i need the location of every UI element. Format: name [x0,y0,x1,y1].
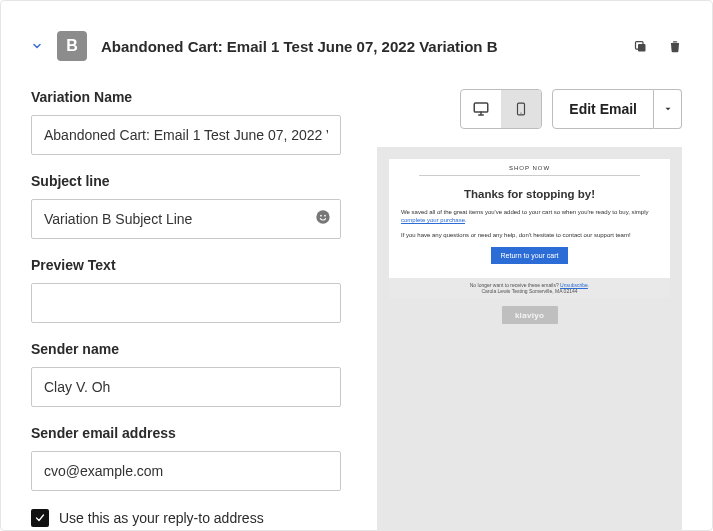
duplicate-button[interactable] [633,39,648,54]
preview-text-input[interactable] [31,283,341,323]
edit-email-dropdown[interactable] [654,89,682,129]
preview-paragraph-1: We saved all of the great items you've a… [401,208,658,225]
reply-to-label: Use this as your reply-to address [59,510,264,526]
subject-input[interactable] [31,199,341,239]
card-header: B Abandoned Cart: Email 1 Test June 07, … [31,31,682,61]
collapse-toggle[interactable] [31,40,43,52]
sender-email-label: Sender email address [31,425,341,441]
edit-email-button[interactable]: Edit Email [552,89,654,129]
header-actions [633,38,682,54]
preview-heading: Thanks for stopping by! [401,188,658,200]
email-preview: SHOP NOW Thanks for stopping by! We save… [389,159,670,298]
variation-name-input[interactable] [31,115,341,155]
preview-toolbar: Edit Email [377,89,682,129]
preview-paragraph-2: If you have any questions or need any he… [401,231,658,239]
svg-rect-0 [638,44,646,52]
form-panel: Variation Name Subject line Preview Text… [31,89,341,531]
subject-field: Subject line [31,173,341,239]
variation-name-label: Variation Name [31,89,341,105]
preview-nav-link: SHOP NOW [419,165,640,176]
variation-badge: B [57,31,87,61]
preview-panel: Edit Email SHOP NOW Thanks for stopping … [377,89,682,531]
content-layout: Variation Name Subject line Preview Text… [31,89,682,531]
reply-to-checkbox[interactable] [31,509,49,527]
device-toggle [460,89,542,129]
preview-complete-link: complete your purchase [401,217,465,223]
svg-point-2 [316,210,329,223]
reply-to-row: Use this as your reply-to address [31,509,341,527]
sender-email-input[interactable] [31,451,341,491]
desktop-view-button[interactable] [461,90,501,128]
preview-footer: No longer want to receive these emails? … [389,278,670,298]
sender-name-input[interactable] [31,367,341,407]
sender-email-field: Sender email address [31,425,341,491]
emoji-picker-button[interactable] [315,209,331,229]
edit-email-group: Edit Email [552,89,682,129]
subject-label: Subject line [31,173,341,189]
svg-point-4 [324,215,326,217]
klaviyo-badge: klaviyo [502,306,558,324]
sender-name-field: Sender name [31,341,341,407]
svg-point-7 [521,113,522,114]
email-preview-area[interactable]: SHOP NOW Thanks for stopping by! We save… [377,147,682,531]
variation-name-field: Variation Name [31,89,341,155]
delete-button[interactable] [668,38,682,54]
svg-point-3 [320,215,322,217]
svg-rect-5 [475,103,489,112]
preview-text-label: Preview Text [31,257,341,273]
email-variation-card: B Abandoned Cart: Email 1 Test June 07, … [0,0,713,531]
preview-cta-button: Return to your cart [491,247,569,264]
sender-name-label: Sender name [31,341,341,357]
mobile-view-button[interactable] [501,90,541,128]
preview-text-field: Preview Text [31,257,341,323]
card-title: Abandoned Cart: Email 1 Test June 07, 20… [101,38,633,55]
